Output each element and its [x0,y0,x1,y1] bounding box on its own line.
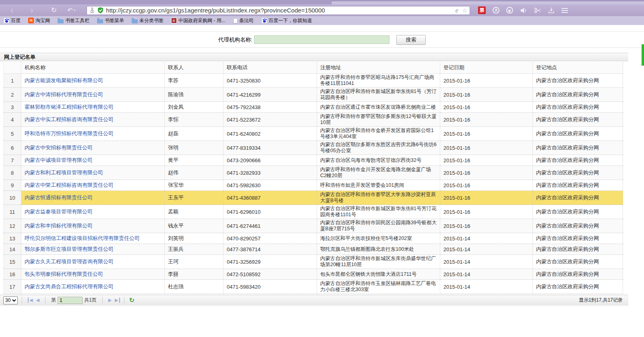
address-cell: 内蒙古呼和浩特市赛罕区鄂尔多斯东街12号银联大厦10层 [317,113,440,127]
url-bar[interactable]: http://jczy.ccgp.gov.cn/gs1/gs1agentreg/… [87,6,470,15]
agency-name-link[interactable]: 内蒙古中荣工程招标咨询有限责任公司 [25,182,114,188]
site-identity-icon[interactable] [89,7,95,14]
agency-name-link[interactable]: 内蒙古能源发电聚能招标有限公司 [25,77,103,83]
phone-cell: 0471-5223672 [224,113,317,127]
table-row[interactable]: 3 霍林郭勒市铭泽工程招标代理有限公司 刘金凤 0475-7922438 内蒙古… [4,102,623,113]
table-row[interactable]: 15 内蒙古久天工程项目管理咨询有限公司 王珂 0471-3256929 内蒙古… [4,255,623,269]
agency-name-cell: 内蒙古益泰项目管理有限公司 [21,205,165,219]
agency-name-link[interactable]: 内蒙古久天工程项目管理咨询有限公司 [25,258,114,265]
last-page-icon[interactable]: ▶ [113,298,120,303]
contact-cell: 王东平 [165,191,224,205]
page-prefix-label: 第 [51,297,56,304]
table-row[interactable]: 16 包头市明泰招标代理有限责任公司 李丽 0472-5108592 包头市昆都… [4,269,623,280]
table-row[interactable]: 17 内蒙古文尚鼎合工程招标代理有限公司 杜志强 0471-5983420 内蒙… [4,280,623,294]
contact-cell: 刘金凤 [165,102,224,113]
phone-cell: 0472-5108592 [224,269,317,280]
refresh-icon[interactable]: ↻ [129,296,135,304]
agency-name-link[interactable]: 包头市明泰招标代理有限责任公司 [25,271,103,277]
download-icon[interactable] [548,7,555,14]
agency-name-link[interactable]: 内蒙古中实工程招标咨询有限责任公司 [25,116,114,122]
bookmark-item[interactable]: 条法司 [233,17,254,24]
table-row[interactable]: 9 内蒙古中荣工程招标咨询有限责任公司 张宝华 0471-5982630 呼和浩… [4,180,623,191]
table-row[interactable]: 4 内蒙古中实工程招标咨询有限责任公司 李悰 0471-5223672 内蒙古呼… [4,113,623,127]
speaker-icon[interactable] [520,7,527,14]
table-row[interactable]: 8 内蒙古和利工程项目管理有限公司 赵伟 0471-3282933 内蒙古呼和浩… [4,166,623,180]
bookmark-label: 书签菜单 [105,17,124,24]
agency-name-link[interactable]: 内蒙古中诚项目管理有限公司 [25,157,93,163]
recent-pages-control[interactable]: ↶ ▾ [67,6,75,14]
table-body: 1 内蒙古能源发电聚能招标有限公司 李苏 0471-3250830 内蒙古呼和浩… [4,74,623,294]
row-number: 16 [4,269,21,280]
table-row[interactable]: 10 内蒙古恒通招标有限责任公司 王东平 0471-4360887 内蒙古自治区… [4,191,623,205]
bookmark-item[interactable]: 书签工具栏 [58,17,89,24]
row-number: 14 [4,244,21,255]
bookmark-item[interactable]: 百度 [4,17,21,24]
bookmark-item[interactable]: 淘 淘宝网 [28,17,50,24]
bookmark-star-icon[interactable]: ☆ [462,7,468,14]
table-row[interactable]: 1 内蒙古能源发电聚能招标有限公司 李苏 0471-3250830 内蒙古呼和浩… [4,74,623,88]
agency-name-link[interactable]: 呼伦贝尔明信工程建设项目招标代理有限责任公司 [25,235,140,241]
row-number: 12 [4,219,21,233]
address-cell: 内蒙古自治区呼和浩特市新城区新华东街81号芳汀花园商务楼1101号 [317,205,440,219]
agency-name-label: 代理机构名称: [218,36,253,43]
ie-mode-icon[interactable]: e [456,7,458,14]
table-row[interactable]: 2 内蒙古中涛招标代理有限责任公司 陈渝强 0471-4216299 内蒙古自治… [4,88,623,102]
page-number-input[interactable] [58,297,83,304]
agency-name-link[interactable]: 鄂尔多斯市巨立项目管理有限责任公司 [25,246,114,252]
forward-icon[interactable]: › [30,6,33,14]
table-row[interactable]: 13 呼伦贝尔明信工程建设项目招标代理有限责任公司 刘英明 0470-82902… [4,233,623,244]
page-size-select[interactable]: 30 [3,296,18,304]
prev-page-icon[interactable]: ◀ [34,298,41,303]
place-cell: 内蒙古自治区政府采购分网 [533,166,623,180]
menu-icon[interactable] [561,8,568,13]
first-page-icon[interactable]: ◀ [28,298,34,303]
agency-name-link[interactable]: 内蒙古和利工程项目管理有限公司 [25,170,103,176]
agency-name-link[interactable]: 霍林郭勒市铭泽工程招标代理有限公司 [25,104,114,110]
phone-cell: 0471-3282933 [224,166,317,180]
agency-name-link[interactable]: 内蒙古恒通招标有限责任公司 [25,194,93,201]
address-cell: 包头市昆都仑区钢铁大街恒隆大酒店1711号 [317,269,440,280]
agency-name-link[interactable]: 内蒙古中涛招标代理有限责任公司 [25,91,103,97]
bookmark-item[interactable]: 采 中国政府采购网 - 用... [171,17,226,24]
contact-cell: 陈渝强 [165,88,224,102]
agency-name-cell: 霍林郭勒市铭泽工程招标代理有限公司 [21,102,165,113]
table-row[interactable]: 11 内蒙古益泰项目管理有限公司 孟颖 0471-6296010 内蒙古自治区呼… [4,205,623,219]
phone-cell: 0477-8319334 [224,141,317,155]
divider [102,297,103,304]
bookmark-item[interactable]: 未分类书签 [132,17,164,24]
url-text[interactable]: http://jczy.ccgp.gov.cn/gs1/gs1agentreg/… [106,7,455,14]
agency-name-link[interactable]: 内蒙古和丰招标代理有限公司 [25,223,93,229]
table-row[interactable]: 12 内蒙古和丰招标代理有限公司 钱永平 0471-6274461 内蒙古自治区… [4,219,623,233]
table-row[interactable]: 7 内蒙古中诚项目管理有限公司 黄平 0473-2090666 内蒙古自治区乌海… [4,155,623,166]
ticket-addon-icon[interactable]: 票 [478,6,486,14]
agency-name-cell: 呼伦贝尔明信工程建设项目招标代理有限责任公司 [21,233,165,244]
agency-name-link[interactable]: 内蒙古文尚鼎合工程招标代理有限公司 [25,283,114,289]
address-cell: 内蒙古自治区呼和浩特市赛罕区大学东路沙梁村亚辰大厦B号楼 [317,191,440,205]
compass-addon-icon[interactable] [506,7,513,14]
contact-cell: 赵磊 [165,127,224,141]
agency-name-link[interactable]: 内蒙古中安招标有限责任公司 [25,145,93,151]
place-cell: 内蒙古自治区政府采购分网 [533,205,623,219]
table-row[interactable]: 5 呼和浩特市万恒招标代理有限责任公司 赵磊 0471-6240802 内蒙古自… [4,127,623,141]
bookmark-item[interactable]: 百度一下，你就知道 [261,17,312,24]
phone-cell: 0475-7922438 [224,102,317,113]
table-row[interactable]: 6 内蒙古中安招标有限责任公司 张明 0477-8319334 内蒙古自治区鄂尔… [4,141,623,155]
address-cell: 内蒙古自治区呼和浩特市新城区新华东街81号（芳汀花园商务楼） [317,88,440,102]
reload-icon[interactable]: ↻ [51,6,57,14]
agency-name-link[interactable]: 呼和浩特市万恒招标代理有限责任公司 [25,130,114,136]
browser-tab[interactable] [331,1,644,4]
next-page-icon[interactable]: ▶ [107,298,113,303]
table-row[interactable]: 14 鄂尔多斯市巨立项目管理有限责任公司 王振兵 0477-3876714 鄂托… [4,244,623,255]
agency-name-cell: 呼和浩特市万恒招标代理有限责任公司 [21,127,165,141]
contact-cell: 王振兵 [165,244,224,255]
agency-name-link[interactable]: 内蒙古益泰项目管理有限公司 [25,209,93,215]
circle-a-addon-icon[interactable]: A [493,7,499,14]
agency-name-cell: 内蒙古中荣工程招标咨询有限责任公司 [21,180,165,191]
scissors-icon[interactable] [534,8,541,13]
agency-name-input[interactable] [254,35,389,44]
place-cell: 内蒙古自治区政府采购分网 [533,180,623,191]
secure-shield-icon[interactable] [97,7,104,14]
search-button[interactable]: 搜索 [396,35,426,45]
bookmark-item[interactable]: 书签菜单 [97,17,124,24]
back-icon[interactable]: ‹ [10,6,13,14]
